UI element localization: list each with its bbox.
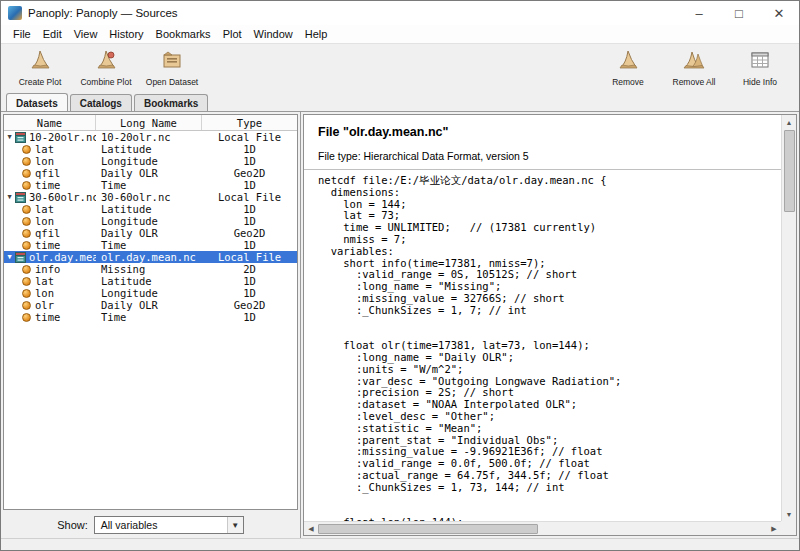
tree-row-name: lat (35, 143, 54, 155)
column-header-name[interactable]: Name (4, 115, 96, 130)
tree-row-name: 10-20olr.nc (29, 131, 96, 143)
tree-row-type: 1D (202, 311, 297, 323)
tree-row-longname: Time (96, 179, 202, 191)
variable-icon (22, 277, 31, 286)
tree-row-type: 1D (202, 143, 297, 155)
tree-row[interactable]: ▼ lat Latitude 1D (4, 143, 297, 155)
tab-datasets[interactable]: Datasets (6, 93, 68, 111)
dataset-icon (15, 192, 26, 203)
tree-row-name: info (35, 263, 60, 275)
tree-row[interactable]: ▼ qfil Daily OLR Geo2D (4, 227, 297, 239)
info-divider (304, 169, 781, 170)
combine-plot-button[interactable]: Combine Plot (77, 48, 135, 87)
row-indent (15, 269, 22, 270)
variable-icon (22, 229, 31, 238)
tree-row-longname: Daily OLR (96, 167, 202, 179)
create-plot-button[interactable]: Create Plot (11, 48, 69, 87)
scroll-down-icon[interactable]: ▼ (782, 507, 796, 521)
variable-icon (22, 181, 31, 190)
horizontal-scrollbar[interactable]: ◀ ▶ (304, 521, 781, 535)
variable-icon (22, 169, 31, 178)
tree-row[interactable]: ▼ 10-20olr.nc 10-20olr.nc Local File (4, 131, 297, 143)
remove-all-button[interactable]: Remove All (665, 48, 723, 87)
scroll-left-icon[interactable]: ◀ (304, 522, 318, 535)
vertical-scrollbar[interactable]: ▲ ▼ (781, 115, 796, 521)
tree-row-longname: Time (96, 311, 202, 323)
variable-icon (22, 157, 31, 166)
expander-icon[interactable]: ▼ (4, 251, 15, 263)
vertical-scrollbar-thumb[interactable] (784, 130, 795, 212)
tree-row-type: 1D (202, 155, 297, 167)
dataset-tree: Name Long Name Type ▼ 10-20olr.nc 10-20o… (3, 114, 298, 510)
row-indent (15, 161, 22, 162)
tree-row-longname: olr.day.mean.nc (96, 251, 202, 263)
tree-row-name: qfil (35, 227, 60, 239)
tree-row-name: olr (35, 299, 54, 311)
tree-row-type: Geo2D (202, 167, 297, 179)
combine-plot-label: Combine Plot (80, 77, 131, 87)
variable-icon (22, 313, 31, 322)
tab-bookmarks[interactable]: Bookmarks (134, 94, 208, 111)
menu-bookmarks[interactable]: Bookmarks (150, 26, 217, 42)
expander-icon[interactable]: ▼ (4, 131, 15, 143)
tree-row-longname: Longitude (96, 287, 202, 299)
menu-plot[interactable]: Plot (217, 26, 248, 42)
variable-icon (22, 289, 31, 298)
tree-row[interactable]: ▼ lon Longitude 1D (4, 215, 297, 227)
show-bar: Show: All variables ▼ (1, 512, 300, 538)
tree-row-name: lon (35, 155, 54, 167)
menu-edit[interactable]: Edit (37, 26, 68, 42)
row-indent (15, 305, 22, 306)
tree-row[interactable]: ▼ lat Latitude 1D (4, 203, 297, 215)
open-dataset-icon (160, 48, 184, 76)
tree-row-name: lat (35, 203, 54, 215)
tree-row[interactable]: ▼ time Time 1D (4, 239, 297, 251)
tree-row[interactable]: ▼ 30-60olr.nc 30-60olr.nc Local File (4, 191, 297, 203)
tree-row[interactable]: ▼ qfil Daily OLR Geo2D (4, 167, 297, 179)
remove-all-icon (682, 48, 706, 76)
tree-header: Name Long Name Type (4, 115, 297, 131)
scroll-up-icon[interactable]: ▲ (782, 115, 796, 129)
tree-row[interactable]: ▼ info Missing 2D (4, 263, 297, 275)
netcdf-dump: netcdf file:/E:/毕业论文/data/olr.day.mean.n… (318, 175, 767, 521)
show-label: Show: (57, 519, 88, 531)
tab-catalogs[interactable]: Catalogs (70, 94, 132, 111)
menu-file[interactable]: File (7, 26, 37, 42)
show-variables-select[interactable]: All variables ▼ (94, 516, 244, 534)
menu-history[interactable]: History (103, 26, 149, 42)
open-dataset-label: Open Dataset (146, 77, 198, 87)
tree-row[interactable]: ▼ lat Latitude 1D (4, 275, 297, 287)
tree-row-longname: Daily OLR (96, 227, 202, 239)
dataset-icon (15, 252, 26, 263)
app-icon (8, 6, 22, 20)
hide-info-icon (748, 48, 772, 76)
tree-row-longname: Latitude (96, 203, 202, 215)
tree-row-type: 2D (202, 263, 297, 275)
tab-strip: Datasets Catalogs Bookmarks (1, 90, 799, 111)
create-plot-label: Create Plot (19, 77, 62, 87)
column-header-type[interactable]: Type (202, 115, 297, 130)
remove-button[interactable]: Remove (599, 48, 657, 87)
hide-info-button[interactable]: Hide Info (731, 48, 789, 87)
column-header-longname[interactable]: Long Name (96, 115, 202, 130)
menu-view[interactable]: View (68, 26, 104, 42)
tree-row[interactable]: ▼ olr.day.mea... olr.day.mean.nc Local F… (4, 251, 297, 263)
tree-row[interactable]: ▼ lon Longitude 1D (4, 155, 297, 167)
toolbar-right-group: Remove Remove All Hide Info (599, 48, 789, 87)
maximize-button[interactable]: □ (719, 1, 759, 25)
horizontal-scrollbar-thumb[interactable] (318, 524, 538, 534)
tree-row[interactable]: ▼ time Time 1D (4, 179, 297, 191)
variable-icon (22, 241, 31, 250)
expander-icon[interactable]: ▼ (4, 191, 15, 203)
close-button[interactable]: ✕ (759, 1, 799, 25)
open-dataset-button[interactable]: Open Dataset (143, 48, 201, 87)
menu-help[interactable]: Help (299, 26, 334, 42)
tree-row-type: Geo2D (202, 227, 297, 239)
menu-window[interactable]: Window (248, 26, 299, 42)
scroll-right-icon[interactable]: ▶ (767, 522, 781, 535)
tree-row[interactable]: ▼ time Time 1D (4, 311, 297, 323)
minimize-button[interactable]: – (679, 1, 719, 25)
tree-row[interactable]: ▼ olr Daily OLR Geo2D (4, 299, 297, 311)
tree-row-name: time (35, 311, 60, 323)
tree-row[interactable]: ▼ lon Longitude 1D (4, 287, 297, 299)
